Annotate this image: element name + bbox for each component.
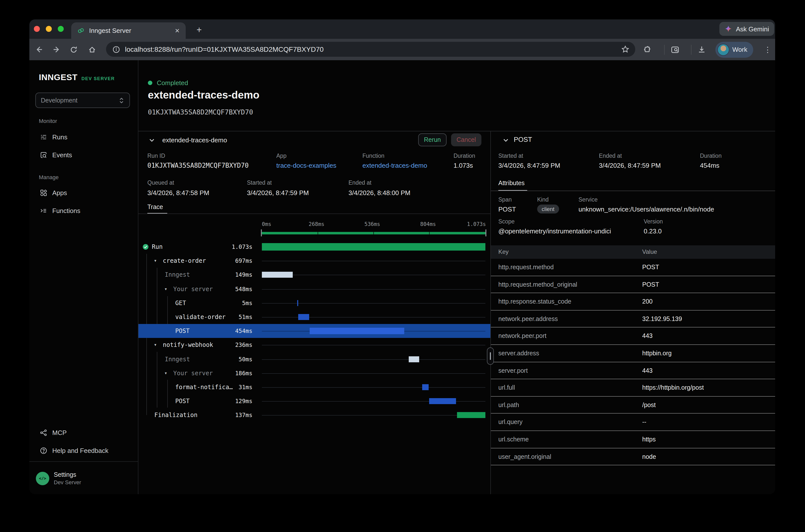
rerun-button[interactable]: Rerun <box>418 133 447 146</box>
attribute-row[interactable]: http.request.method_originalPOST <box>491 276 775 293</box>
sidebar-item-runs[interactable]: Runs <box>33 129 134 144</box>
downloads-icon[interactable] <box>697 39 706 60</box>
screenshot-stage: Inngest Server ✕ + Ask Gemini lo <box>0 0 805 532</box>
attribute-row[interactable]: http.response.status_code200 <box>491 293 775 310</box>
span-label: Span <box>498 196 512 203</box>
function-link[interactable]: extended-traces-demo <box>362 162 427 169</box>
trace-row[interactable]: ▾ Your server 548ms <box>138 282 490 296</box>
sidebar-item-apps[interactable]: Apps <box>33 185 134 200</box>
trace-row[interactable]: ▾ Your server 186ms <box>138 366 490 380</box>
span-bar[interactable] <box>429 398 456 404</box>
cancel-button[interactable]: Cancel <box>451 133 482 146</box>
attribute-row[interactable]: http.request.methodPOST <box>491 259 775 276</box>
trace-row[interactable]: ▾ Finalization 137ms <box>138 408 490 422</box>
caret-icon[interactable]: ▾ <box>154 259 156 263</box>
attribute-row[interactable]: url.schemehttps <box>491 431 775 448</box>
bookmark-star-icon[interactable] <box>621 45 629 53</box>
span-bar[interactable] <box>422 384 429 390</box>
attribute-key: network.peer.address <box>498 310 558 328</box>
span-duration: 236ms <box>197 338 252 352</box>
select-chevrons-icon <box>118 97 125 104</box>
trace-row-run[interactable]: ▾ Run 1.073s <box>138 240 490 254</box>
tab-attributes[interactable]: Attributes <box>498 180 525 187</box>
ask-gemini-label: Ask Gemini <box>736 25 769 33</box>
attribute-key: network.peer.port <box>498 328 546 345</box>
span-bar[interactable] <box>310 328 404 334</box>
attribute-value: https://httpbin.org/post <box>642 379 704 396</box>
attribute-row[interactable]: url.fullhttps://httpbin.org/post <box>491 379 775 396</box>
browser-tab[interactable]: Inngest Server ✕ <box>71 22 186 39</box>
attribute-row[interactable]: network.peer.port443 <box>491 328 775 345</box>
span-bar[interactable] <box>409 356 419 362</box>
sidebar-section-monitor: Monitor <box>39 118 57 124</box>
ask-gemini-button[interactable]: Ask Gemini <box>719 22 774 36</box>
code-icon: </> <box>36 472 49 485</box>
url-bar[interactable]: localhost:8288/run?runID=01KJXTWA35SA8D2… <box>106 42 635 57</box>
span-bar[interactable] <box>457 412 485 418</box>
panel-resize-handle[interactable] <box>487 347 494 365</box>
trace-row[interactable]: ▾ GET 5ms <box>138 296 490 310</box>
kebab-menu-icon[interactable]: ⋮ <box>760 39 775 60</box>
axis-tick: 804ms <box>420 221 436 227</box>
span-bar[interactable] <box>262 272 293 278</box>
attribute-row[interactable]: url.query-- <box>491 414 775 431</box>
attribute-row[interactable]: url.path/post <box>491 397 775 414</box>
trace-row[interactable]: ▾ Inngest 50ms <box>138 352 490 366</box>
attribute-row[interactable]: network.peer.address32.192.95.139 <box>491 310 775 328</box>
environment-select[interactable]: Development <box>35 93 130 108</box>
sidebar-item-events[interactable]: Events <box>33 147 134 162</box>
url-text[interactable]: localhost:8288/run?runID=01KJXTWA35SA8D2… <box>125 45 323 53</box>
attributes-table: http.request.methodPOST http.request.met… <box>491 259 775 465</box>
forward-icon[interactable] <box>48 39 65 60</box>
caret-icon[interactable]: ▾ <box>154 343 156 347</box>
queued-label: Queued at <box>147 180 174 186</box>
inngest-logo: INNGEST <box>39 73 77 82</box>
timeline-track <box>262 289 485 289</box>
attribute-value: 443 <box>642 328 653 345</box>
axis-tick: 268ms <box>308 221 324 227</box>
page-title: extended-traces-demo <box>148 89 259 101</box>
caret-icon[interactable]: ▾ <box>165 287 167 291</box>
site-info-icon[interactable] <box>113 45 120 53</box>
attribute-row[interactable]: server.port443 <box>491 362 775 379</box>
ended-label: Ended at <box>349 180 371 186</box>
collapse-chevron-icon[interactable] <box>148 137 155 144</box>
span-name: Finalization <box>154 408 198 422</box>
attribute-row[interactable]: user_agent.originalnode <box>491 448 775 465</box>
window-zoom-button[interactable] <box>58 26 64 32</box>
timeline-track <box>262 303 485 304</box>
home-icon[interactable] <box>83 39 100 60</box>
attribute-row[interactable]: server.addresshttpbin.org <box>491 345 775 362</box>
trace-row[interactable]: ▾ create-order 697ms <box>138 254 490 268</box>
sidebar-item-help[interactable]: Help and Feedback <box>33 443 134 458</box>
span-bar[interactable] <box>297 300 298 306</box>
trace-row[interactable]: ▾ format-notifica… 31ms <box>138 380 490 394</box>
dev-server-badge: DEV SERVER <box>81 76 115 81</box>
window-minimize-button[interactable] <box>46 26 52 32</box>
span-bar[interactable] <box>262 243 485 251</box>
trace-row[interactable]: ▾ POST 129ms <box>138 394 490 408</box>
tab-search-icon[interactable] <box>671 39 679 60</box>
trace-row-selected[interactable]: ▾ POST 454ms <box>138 324 490 338</box>
tab-trace[interactable]: Trace <box>147 204 163 210</box>
window-close-button[interactable] <box>34 26 40 32</box>
new-tab-button[interactable]: + <box>192 23 207 37</box>
trace-row[interactable]: ▾ notify-webhook 236ms <box>138 338 490 352</box>
tab-close-icon[interactable]: ✕ <box>175 27 180 34</box>
span-bar[interactable] <box>298 314 309 320</box>
reload-icon[interactable] <box>65 39 82 60</box>
caret-icon[interactable]: ▾ <box>165 371 167 376</box>
collapse-chevron-icon[interactable] <box>502 137 509 144</box>
app-link[interactable]: trace-docs-examples <box>276 162 336 169</box>
trace-row[interactable]: ▾ validate-order 51ms <box>138 310 490 324</box>
trace-span-name[interactable]: extended-traces-demo <box>162 136 227 144</box>
sidebar-item-functions[interactable]: Functions <box>33 203 134 218</box>
span-duration: 149ms <box>197 268 252 282</box>
back-icon[interactable] <box>30 39 47 60</box>
trace-row[interactable]: ▾ Inngest 149ms <box>138 268 490 282</box>
function-label: Function <box>362 153 384 159</box>
sidebar-item-settings[interactable]: </> Settings Dev Server <box>36 471 81 485</box>
extensions-icon[interactable] <box>643 39 652 60</box>
sidebar-item-mcp[interactable]: MCP <box>33 425 134 440</box>
profile-chip[interactable]: Work <box>715 39 753 60</box>
